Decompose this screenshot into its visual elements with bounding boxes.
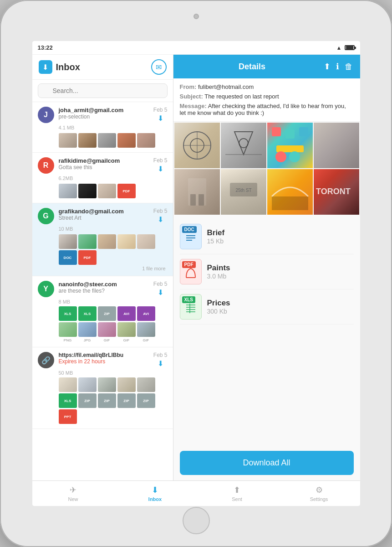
compose-button[interactable]: ✉ [151, 59, 167, 75]
search-input[interactable] [38, 83, 168, 98]
pdf-badge: PDF [117, 184, 136, 198]
inbox-tab-icon: ⬇ [152, 485, 158, 495]
attachment-thumb [78, 184, 97, 198]
email-date: Feb 5 [153, 281, 168, 287]
compose-icon: ✉ [156, 63, 162, 72]
tab-new[interactable]: ✈ New [32, 485, 114, 502]
thumb-gif2 [117, 322, 136, 337]
doc-attachments: DOC PDF [38, 250, 168, 265]
download-icon[interactable]: ⬇ [158, 215, 163, 224]
tab-inbox[interactable]: ⬇ Inbox [114, 485, 196, 502]
svg-text:TORONT: TORONT [316, 187, 351, 196]
file-name: Paints [207, 263, 230, 273]
from-row: From: fulibert@hotmail.com [180, 82, 354, 92]
avi-badge: AVI [137, 306, 155, 321]
svg-rect-7 [285, 129, 295, 139]
status-time: 13:22 [38, 44, 53, 51]
photo-cell[interactable] [174, 123, 220, 168]
photo-cell[interactable] [267, 169, 313, 215]
email-item[interactable]: J joha_armit@gmail.com pre-selection Feb… [32, 102, 173, 153]
file-labels-row: PNG JPG GIF GIF GIF [38, 338, 168, 342]
avatar: 🔗 [38, 352, 54, 368]
file-info: Paints 3.0 Mb [207, 263, 230, 280]
svg-text:25th ST: 25th ST [235, 188, 251, 193]
download-all-button[interactable]: Download All [180, 451, 354, 475]
pdf-file-icon: PDF [180, 259, 202, 284]
attachment-thumb [98, 133, 116, 148]
file-row[interactable]: PDF Paints 3.0 Mb [180, 254, 354, 289]
photo-cell[interactable]: TORONT [314, 169, 359, 215]
thumb-gif3 [137, 322, 155, 337]
email-actions: Feb 5 ⬇ [153, 208, 168, 224]
attachment-thumb [59, 133, 77, 148]
photos-grid: 25th ST TORONT [173, 122, 360, 216]
attachment-thumb [59, 234, 77, 249]
email-item[interactable]: 🔗 https://fil.email/qBrLlBbu Expires in … [32, 347, 173, 429]
pdf-type-label: PDF [182, 261, 196, 268]
sent-tab-label: Sent [232, 496, 242, 502]
delete-button[interactable]: 🗑 [345, 62, 353, 72]
inbox-tab-label: Inbox [148, 496, 162, 502]
thumb [98, 377, 116, 392]
zip-badge: ZIP [117, 393, 136, 408]
email-from: grafikando@gmail.com [59, 208, 149, 215]
email-item[interactable]: R rafikidime@gmailcom Gotta see this Feb… [32, 153, 173, 203]
tab-settings[interactable]: ⚙ Settings [278, 485, 360, 502]
email-actions: Feb 5 ⬇ [153, 281, 168, 297]
pdf-badge: PDF [78, 250, 97, 265]
file-size-detail: 3.0 Mb [207, 273, 230, 280]
settings-tab-icon: ⚙ [316, 485, 323, 495]
attachment-thumb [137, 234, 155, 249]
attachment-thumb [78, 234, 97, 249]
doc-file-icon: DOC [180, 224, 202, 249]
svg-rect-14 [199, 194, 204, 206]
attachment-thumb [117, 234, 136, 249]
share-button[interactable]: ⬆ [324, 62, 331, 72]
email-meta: rafikidime@gmailcom Gotta see this [59, 157, 149, 170]
attachment-thumbnails [38, 234, 168, 249]
svg-point-10 [275, 151, 286, 162]
home-button[interactable] [183, 507, 210, 534]
xls-badge: XLS [59, 306, 77, 321]
device-camera [193, 14, 199, 19]
pdf-symbol [184, 266, 198, 282]
email-actions: Feb 5 ⬇ [153, 157, 168, 173]
new-tab-icon: ✈ [70, 485, 76, 495]
inbox-icon: ⬇ [39, 60, 52, 74]
email-item[interactable]: G grafikando@gmail.com Street Art Feb 5 … [32, 203, 173, 276]
xls-badge: XLS [59, 393, 77, 408]
info-button[interactable]: ℹ [336, 62, 339, 72]
download-icon[interactable]: ⬇ [158, 165, 163, 173]
file-row[interactable]: XLS [180, 289, 354, 325]
zip-badge: ZIP [137, 393, 155, 408]
message-row: Message: After checking the attached, I'… [180, 101, 354, 118]
file-size: 8 MB [38, 299, 168, 304]
inbox-title: Inbox [56, 62, 80, 72]
attachment-thumb [98, 184, 116, 198]
svg-rect-13 [190, 194, 196, 206]
download-icon[interactable]: ⬇ [158, 114, 163, 123]
thumb [137, 377, 155, 392]
share-icon: ⬆ [324, 62, 331, 71]
tab-sent[interactable]: ⬆ Sent [196, 485, 278, 502]
email-from: https://fil.email/qBrLlBbu [59, 352, 149, 358]
svg-rect-9 [276, 145, 304, 152]
email-item[interactable]: Y nanoinfo@steer.com are these the files… [32, 276, 173, 347]
photo-cell[interactable] [221, 123, 266, 168]
files-list: DOC Brief [173, 216, 360, 447]
file-size-detail: 300 Kb [207, 308, 230, 315]
attachment-thumbnails: PDF [38, 184, 168, 198]
inbox-arrow-icon: ⬇ [42, 63, 48, 72]
download-icon[interactable]: ⬇ [158, 359, 163, 368]
photo-cell[interactable] [267, 123, 313, 168]
tab-bar: ✈ New ⬇ Inbox ⬆ Sent ⚙ Settings [32, 480, 360, 506]
avatar: J [38, 107, 54, 123]
email-subject: pre-selection [59, 114, 149, 120]
email-from: joha_armit@gmail.com [59, 107, 149, 114]
email-date: Feb 5 [153, 157, 168, 164]
photo-cell[interactable] [174, 169, 220, 215]
file-row[interactable]: DOC Brief [180, 219, 354, 254]
photo-cell[interactable]: 25th ST [221, 169, 266, 215]
download-icon[interactable]: ⬇ [158, 288, 163, 297]
photo-cell[interactable] [314, 123, 359, 168]
